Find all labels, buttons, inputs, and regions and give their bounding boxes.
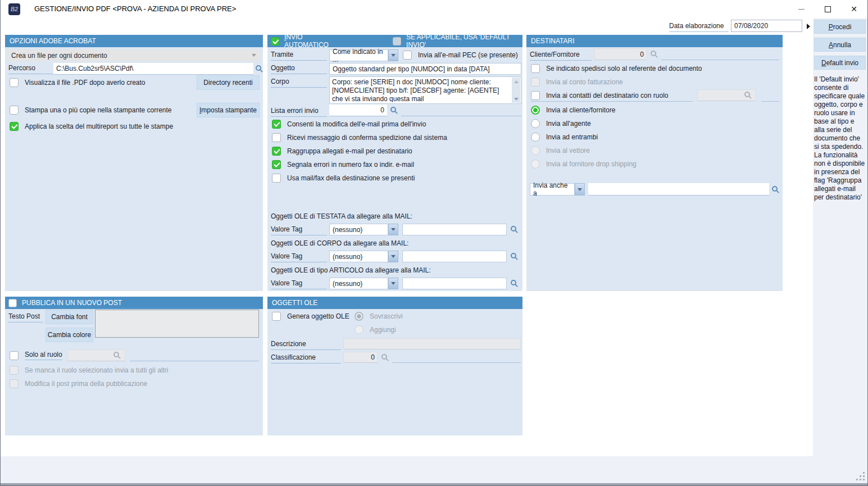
invio-automatico-checkbox[interactable] xyxy=(271,37,279,46)
corpo-textarea[interactable]: Corpo: serie [SERIE] n doc [NUMDOC] nome… xyxy=(329,76,521,104)
oggetto-input[interactable]: Oggetto standard per tipo [NUMDOC] in da… xyxy=(329,63,521,75)
imposta-stampante-button[interactable]: Imposta stampante xyxy=(197,103,260,117)
cliente-fornitore-label: Cliente/Fornitore xyxy=(530,51,592,61)
pec-label: Invia all'e-mail PEC (se presente) xyxy=(418,51,518,59)
ole-testata-input[interactable] xyxy=(402,224,507,235)
lista-errori-input[interactable]: 0 xyxy=(329,105,387,116)
multireport-checkbox[interactable] xyxy=(10,122,19,131)
annulla-button[interactable]: Annulla xyxy=(814,38,866,52)
ricevi-conferma-checkbox[interactable] xyxy=(272,133,281,142)
chevron-down-icon xyxy=(252,54,256,57)
multireport-label: Applica la scelta del multireport su tut… xyxy=(25,122,173,130)
ole-testata-dropdown-button[interactable] xyxy=(388,224,398,235)
ole-articolo-tag-dropdown[interactable]: (nessuno) xyxy=(329,278,388,289)
stampa-copie-checkbox[interactable] xyxy=(10,106,19,115)
ole-testata-tag-dropdown[interactable]: (nessuno) xyxy=(329,224,388,235)
invia-drop-shipping-radio xyxy=(531,160,540,169)
referente-checkbox[interactable] xyxy=(531,64,540,73)
panel-acrobat-title: OPZIONI ADOBE ACROBAT xyxy=(10,37,96,45)
maximize-icon xyxy=(825,6,831,12)
raggruppa-allegati-checkbox[interactable] xyxy=(272,147,281,156)
pec-checkbox[interactable] xyxy=(403,51,412,60)
ole-corpo-input[interactable] xyxy=(402,251,507,262)
invia-agente-radio[interactable] xyxy=(531,119,540,128)
data-elaborazione-label: Data elaborazione xyxy=(669,22,729,32)
minimize-button[interactable] xyxy=(788,0,814,18)
invia-vettore-radio xyxy=(531,146,540,155)
ole-testata-search-icon[interactable] xyxy=(511,226,516,231)
usa-mail-fax-label: Usa mail/fax della destinazione se prese… xyxy=(287,174,415,182)
sovrascrivi-radio xyxy=(355,312,363,321)
consenti-modifica-checkbox[interactable] xyxy=(272,120,281,129)
cambia-font-button[interactable]: Cambia font xyxy=(46,310,93,324)
invia-cliente-fornitore-radio[interactable] xyxy=(531,106,540,115)
contatti-ruolo-checkbox[interactable] xyxy=(531,91,540,100)
ole-articolo-dropdown-button[interactable] xyxy=(388,278,398,289)
invia-anche-a-search-icon[interactable] xyxy=(772,186,778,192)
radio-row-aggiungi: Aggiungi xyxy=(355,325,396,334)
cliente-fornitore-input[interactable]: 0 xyxy=(594,48,647,60)
tramite-label: Tramite xyxy=(271,51,327,61)
ole-articolo-tag-value: (nessuno) xyxy=(333,280,362,288)
genera-ole-checkbox[interactable] xyxy=(272,312,281,321)
visualizza-pdf-checkbox[interactable] xyxy=(10,78,19,87)
ole-corpo-search-icon[interactable] xyxy=(511,253,516,258)
checkbox-row-se-manca-ruolo: Se manca il ruolo selezionato invia a tu… xyxy=(10,366,168,375)
segnala-errori-checkbox[interactable] xyxy=(272,160,281,169)
percorso-input[interactable]: C:\Bus.Cub2sr5\ASC\Pdf\ xyxy=(53,63,253,75)
procedi-label: Procedi xyxy=(829,23,852,31)
ole-articolo-input[interactable] xyxy=(402,278,507,289)
usa-mail-fax-checkbox[interactable] xyxy=(272,174,281,183)
radio-row-vettore: Invia al vettore xyxy=(531,146,590,155)
ole-articolo-heading: Oggetti OLE di tipo ARTICOLO da allegare… xyxy=(271,266,518,276)
lista-errori-extra-field xyxy=(401,116,521,116)
pubblica-post-checkbox[interactable] xyxy=(8,299,17,307)
testo-post-label: Testo Post xyxy=(8,312,43,323)
panel-oggetti-ole-header: OGGETTI OLE xyxy=(267,297,522,309)
tramite-dropdown[interactable]: Come indicato in ... xyxy=(329,49,388,61)
date-next-button[interactable] xyxy=(804,21,812,31)
app-logo-icon: B2 xyxy=(8,3,20,15)
ole-corpo-tag-value: (nessuno) xyxy=(333,253,362,261)
consenti-modifica-label: Consenti la modifica dell'e-mail prima d… xyxy=(287,120,426,128)
data-elaborazione-input[interactable]: 07/08/2020 xyxy=(731,20,802,32)
directory-recenti-button[interactable]: Directory recenti xyxy=(197,75,260,90)
se-applicabile-checkbox[interactable] xyxy=(393,37,401,46)
invia-anche-a-dropdown-button[interactable] xyxy=(575,183,585,196)
procedi-button[interactable]: Procedi xyxy=(814,20,866,34)
modifica-post-checkbox xyxy=(10,379,19,388)
radio-row-entrambi: Invia ad entrambi xyxy=(531,133,598,142)
file-mode-dropdown[interactable]: Crea un file per ogni documento xyxy=(8,49,260,61)
cambia-colore-label: Cambia colore xyxy=(48,331,91,339)
resize-grip[interactable] xyxy=(857,473,865,480)
corpo-scrollbar[interactable] xyxy=(512,78,520,103)
descrizione-label: Descrizione xyxy=(271,340,341,350)
ole-corpo-tag-label: Valore Tag xyxy=(271,252,327,262)
ole-articolo-search-icon[interactable] xyxy=(511,280,516,285)
close-button[interactable]: ✕ xyxy=(841,0,867,18)
invia-anche-a-dropdown[interactable]: Invia anche a xyxy=(530,183,575,196)
arrow-down-icon xyxy=(514,98,519,101)
cliente-fornitore-desc-field xyxy=(661,60,779,60)
cambia-colore-button[interactable]: Cambia colore xyxy=(46,328,93,342)
lista-errori-search-icon[interactable] xyxy=(390,107,396,112)
tramite-dropdown-button[interactable] xyxy=(388,49,398,61)
scroll-up-button[interactable] xyxy=(512,78,520,85)
percorso-search-icon[interactable] xyxy=(256,65,261,71)
cliente-fornitore-search-icon xyxy=(651,51,656,56)
descrizione-input xyxy=(343,338,521,349)
panel-oggetti-ole-title: OGGETTI OLE xyxy=(272,299,317,307)
ole-corpo-tag-dropdown[interactable]: (nessuno) xyxy=(329,251,388,262)
maximize-button[interactable] xyxy=(815,0,840,18)
aggiungi-radio xyxy=(355,325,363,334)
ole-corpo-dropdown-button[interactable] xyxy=(388,251,398,262)
classificazione-desc-field xyxy=(392,362,521,363)
radio-row-agente: Invia all'agente xyxy=(531,119,591,128)
default-invio-button[interactable]: Default invio xyxy=(814,56,866,70)
solo-al-ruolo-checkbox[interactable] xyxy=(10,351,19,360)
contatti-ruolo-underline xyxy=(531,101,693,102)
contatti-ruolo-label: Invia ai contatti del destinatario con r… xyxy=(546,92,668,99)
invia-anche-a-input[interactable] xyxy=(588,183,769,196)
scroll-down-button[interactable] xyxy=(512,95,520,103)
invia-entrambi-radio[interactable] xyxy=(531,133,540,142)
